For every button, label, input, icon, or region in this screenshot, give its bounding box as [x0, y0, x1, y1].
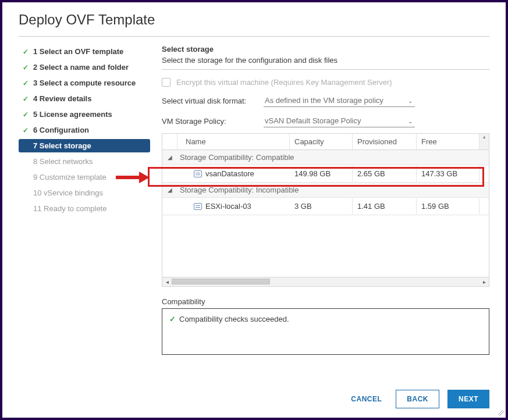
step-11: 11 Ready to complete — [19, 202, 150, 215]
scroll-left-icon[interactable]: ◂ — [162, 279, 172, 285]
disk-format-dropdown[interactable]: As defined in the VM storage policy ⌄ — [264, 95, 415, 107]
datastore-name: vsanDatastore — [205, 169, 254, 178]
wizard-steps: ✓1 Select an OVF template ✓2 Select a na… — [19, 45, 150, 355]
collapse-icon[interactable]: ◢ — [162, 150, 177, 165]
encrypt-label: Encrypt this virtual machine (Requires K… — [176, 78, 392, 87]
check-icon: ✓ — [22, 95, 29, 103]
next-button[interactable]: NEXT — [447, 390, 489, 408]
cancel-button[interactable]: CANCEL — [345, 390, 388, 408]
encrypt-checkbox — [162, 78, 170, 87]
datastore-icon — [194, 170, 202, 177]
cell-capacity: 3 GB — [290, 198, 353, 214]
group-label: Storage Compatibility: Compatible — [177, 150, 297, 165]
scroll-right-icon[interactable]: ▸ — [479, 279, 489, 285]
header-free[interactable]: Free — [417, 134, 479, 150]
group-compatible[interactable]: ◢ Storage Compatibility: Compatible — [162, 150, 489, 165]
disk-format-label: Select virtual disk format: — [162, 97, 258, 105]
cell-capacity: 149.98 GB — [290, 166, 353, 181]
back-button[interactable]: BACK — [396, 390, 439, 408]
divider — [162, 69, 489, 70]
header-provisioned[interactable]: Provisioned — [353, 134, 417, 150]
compatibility-label: Compatibility — [162, 297, 489, 306]
step-3[interactable]: ✓3 Select a compute resource — [19, 76, 150, 90]
datastore-row-esxi[interactable]: ESXi-local-03 3 GB 1.41 GB 1.59 GB — [162, 198, 489, 215]
disk-format-row: Select virtual disk format: As defined i… — [162, 95, 489, 107]
resize-grip[interactable] — [498, 410, 504, 416]
wizard-body: ✓1 Select an OVF template ✓2 Select a na… — [19, 45, 489, 355]
storage-policy-dropdown[interactable]: vSAN Default Storage Policy ⌄ — [264, 115, 415, 127]
grid-header: Name Capacity Provisioned Free ▴ — [162, 134, 489, 150]
cell-provisioned: 1.41 GB — [353, 198, 417, 214]
check-icon: ✓ — [22, 63, 29, 72]
step-6[interactable]: ✓6 Configuration — [19, 123, 150, 137]
compatibility-message: Compatibility checks succeeded. — [179, 315, 289, 323]
vertical-scrollbar[interactable]: ▴ — [479, 134, 489, 150]
step-8: 8 Select networks — [19, 155, 150, 168]
group-label: Storage Compatibility: Incompatible — [177, 183, 301, 197]
datastore-grid: Name Capacity Provisioned Free ▴ ◢ Stora… — [162, 133, 489, 287]
dialog-title: Deploy OVF Template — [19, 8, 489, 36]
group-incompatible[interactable]: ◢ Storage Compatibility: Incompatible — [162, 183, 489, 198]
datastore-row-vsan[interactable]: vsanDatastore 149.98 GB 2.65 GB 147.33 G… — [162, 165, 489, 183]
cell-free: 147.33 GB — [417, 166, 479, 181]
divider — [19, 36, 489, 37]
dialog-footer: CANCEL BACK NEXT — [345, 390, 489, 408]
step-1[interactable]: ✓1 Select an OVF template — [19, 45, 150, 58]
horizontal-scrollbar[interactable]: ◂ ▸ — [162, 277, 489, 286]
wizard-dialog: Deploy OVF Template ✓1 Select an OVF tem… — [0, 0, 508, 420]
check-icon: ✓ — [22, 111, 29, 119]
section-title: Select storage — [162, 45, 489, 54]
storage-policy-value: vSAN Default Storage Policy — [265, 116, 361, 125]
header-name[interactable]: Name — [177, 134, 290, 150]
collapse-icon[interactable]: ◢ — [162, 183, 177, 197]
storage-policy-row: VM Storage Policy: vSAN Default Storage … — [162, 115, 489, 127]
step-2[interactable]: ✓2 Select a name and folder — [19, 60, 150, 74]
step-10: 10 vService bindings — [19, 186, 150, 200]
step-9: 9 Customize template — [19, 170, 150, 184]
storage-policy-label: VM Storage Policy: — [162, 117, 258, 126]
cell-provisioned: 2.65 GB — [353, 166, 417, 181]
step-5[interactable]: ✓5 License agreements — [19, 108, 150, 121]
chevron-down-icon: ⌄ — [408, 98, 413, 104]
expand-column — [162, 134, 177, 150]
cell-free: 1.59 GB — [417, 198, 479, 214]
section-subtitle: Select the storage for the configuration… — [162, 56, 489, 65]
disk-format-value: As defined in the VM storage policy — [265, 96, 383, 105]
check-icon: ✓ — [22, 79, 29, 87]
step-4[interactable]: ✓4 Review details — [19, 92, 150, 105]
datastore-icon — [194, 203, 202, 210]
wizard-content: Select storage Select the storage for th… — [150, 45, 489, 355]
scroll-thumb[interactable] — [172, 279, 270, 284]
check-icon: ✓ — [22, 48, 29, 56]
encrypt-row: Encrypt this virtual machine (Requires K… — [162, 78, 489, 87]
datastore-name: ESXi-local-03 — [205, 202, 251, 211]
step-7[interactable]: 7 Select storage — [19, 139, 150, 152]
header-capacity[interactable]: Capacity — [290, 134, 353, 150]
check-icon: ✓ — [22, 126, 29, 134]
chevron-down-icon: ⌄ — [408, 118, 413, 124]
check-icon: ✓ — [169, 315, 176, 323]
compatibility-box: ✓Compatibility checks succeeded. — [162, 308, 489, 355]
